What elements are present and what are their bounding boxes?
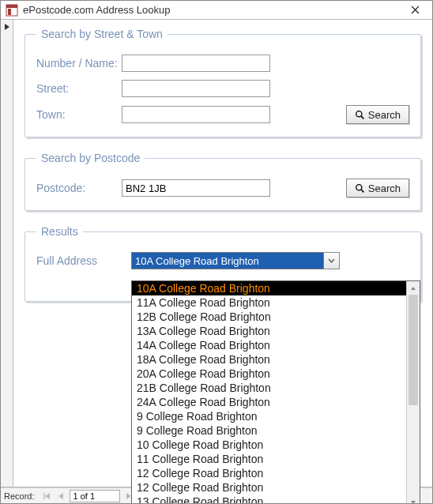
town-input[interactable] [122, 106, 270, 123]
town-label: Town: [36, 108, 122, 121]
dropdown-item[interactable]: 13A College Road Brighton [132, 324, 406, 338]
record-prev-button[interactable] [54, 490, 68, 502]
body-area: Search by Street & Town Number / Name: S… [1, 20, 432, 487]
search-icon [355, 110, 365, 120]
dropdown-item[interactable]: 10A College Road Brighton [132, 281, 406, 295]
full-address-combo[interactable]: 10A College Road Brighton [131, 252, 340, 269]
svg-marker-10 [411, 287, 416, 290]
full-address-label: Full Address [36, 254, 131, 267]
svg-marker-15 [126, 493, 131, 499]
svg-rect-2 [8, 9, 11, 15]
dropdown-item[interactable]: 13 College Road Brighton [132, 495, 406, 504]
dropdown-item[interactable]: 9 College Road Brighton [132, 423, 406, 438]
dropdown-item[interactable]: 12 College Road Brighton [132, 480, 406, 495]
postcode-group: Search by Postcode Postcode: Search [24, 152, 421, 211]
dropdown-item[interactable]: 18A College Road Brighton [132, 352, 406, 367]
street-label: Street: [36, 82, 122, 95]
dropdown-item[interactable]: 9 College Road Brighton [132, 409, 406, 423]
record-position-input[interactable] [70, 490, 120, 502]
chevron-down-icon [328, 258, 335, 263]
close-button[interactable] [401, 2, 429, 19]
dropdown-item[interactable]: 11 College Road Brighton [132, 452, 406, 466]
dropdown-item[interactable]: 11A College Road Brighton [132, 295, 406, 310]
dropdown-item[interactable]: 20A College Road Brighton [132, 367, 406, 381]
dropdown-item[interactable]: 21B College Road Brighton [132, 381, 406, 395]
first-icon [43, 492, 51, 500]
dropdown-item[interactable]: 24A College Road Brighton [132, 395, 406, 409]
dropdown-item[interactable]: 12 College Road Brighton [132, 466, 406, 480]
app-window: ePostcode.com Address Lookup Search by S… [0, 0, 433, 504]
svg-line-7 [361, 116, 363, 118]
record-nav-label: Record: [4, 491, 35, 501]
street-town-legend: Search by Street & Town [36, 28, 168, 40]
svg-marker-11 [411, 501, 416, 504]
record-selector[interactable] [1, 20, 13, 487]
svg-point-8 [356, 184, 361, 190]
record-first-button[interactable] [40, 490, 54, 502]
dropdown-list[interactable]: 10A College Road Brighton11A College Roa… [132, 281, 406, 504]
svg-point-6 [356, 111, 361, 116]
scroll-thumb[interactable] [409, 295, 418, 405]
svg-marker-5 [5, 24, 9, 30]
svg-line-9 [361, 190, 363, 192]
combo-dropdown-button[interactable] [324, 252, 340, 269]
postcode-search-button[interactable]: Search [346, 179, 409, 197]
postcode-search-button-label: Search [368, 182, 401, 194]
svg-rect-12 [43, 493, 45, 499]
svg-marker-13 [45, 493, 50, 499]
window-title: ePostcode.com Address Lookup [23, 4, 401, 16]
number-name-input[interactable] [122, 55, 270, 72]
full-address-dropdown: 10A College Road Brighton11A College Roa… [131, 280, 420, 504]
dropdown-item[interactable]: 10 College Road Brighton [132, 438, 406, 452]
titlebar: ePostcode.com Address Lookup [1, 1, 432, 20]
svg-marker-14 [58, 493, 63, 499]
prev-icon [58, 492, 64, 500]
dropdown-scrollbar[interactable] [406, 281, 420, 504]
dropdown-item[interactable]: 14A College Road Brighton [132, 338, 406, 352]
postcode-input[interactable] [122, 179, 270, 197]
scroll-down-icon[interactable] [407, 495, 420, 504]
scroll-up-icon[interactable] [407, 281, 420, 295]
number-name-label: Number / Name: [36, 57, 122, 70]
street-search-button-label: Search [368, 109, 401, 121]
street-search-button[interactable]: Search [346, 105, 409, 124]
svg-rect-1 [6, 5, 17, 8]
close-icon [411, 6, 420, 14]
results-legend: Results [36, 225, 83, 238]
full-address-selected: 10A College Road Brighton [131, 252, 324, 269]
street-town-group: Search by Street & Town Number / Name: S… [24, 28, 421, 137]
dropdown-item[interactable]: 12B College Road Brighton [132, 310, 406, 324]
postcode-legend: Search by Postcode [36, 152, 145, 164]
record-pointer-icon [4, 23, 10, 31]
postcode-label: Postcode: [36, 182, 122, 194]
street-input[interactable] [122, 80, 270, 97]
search-icon [355, 183, 365, 194]
access-app-icon [6, 4, 18, 17]
